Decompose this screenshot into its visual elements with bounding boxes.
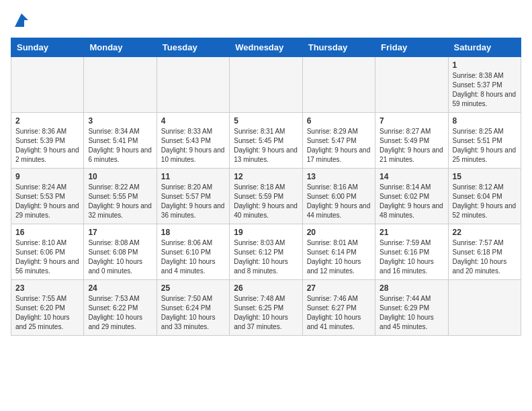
calendar-header-row: SundayMondayTuesdayWednesdayThursdayFrid… xyxy=(11,38,521,57)
calendar-cell: 17Sunrise: 8:08 AM Sunset: 6:08 PM Dayli… xyxy=(84,224,157,280)
calendar-cell: 5Sunrise: 8:31 AM Sunset: 5:45 PM Daylig… xyxy=(230,113,302,169)
calendar-cell xyxy=(302,57,375,113)
calendar-header-tuesday: Tuesday xyxy=(157,38,229,57)
day-number: 9 xyxy=(15,172,79,181)
calendar-cell: 14Sunrise: 8:14 AM Sunset: 6:02 PM Dayli… xyxy=(375,169,448,224)
svg-marker-0 xyxy=(15,13,28,27)
calendar-header-saturday: Saturday xyxy=(448,38,521,57)
day-number: 15 xyxy=(453,172,517,181)
day-number: 28 xyxy=(380,283,443,293)
day-number: 1 xyxy=(453,60,517,70)
calendar-cell xyxy=(230,57,302,113)
day-info: Sunrise: 7:50 AM Sunset: 6:24 PM Dayligh… xyxy=(161,294,225,332)
calendar-cell: 2Sunrise: 8:36 AM Sunset: 5:39 PM Daylig… xyxy=(11,113,84,169)
day-info: Sunrise: 8:36 AM Sunset: 5:39 PM Dayligh… xyxy=(15,127,79,165)
calendar-cell: 25Sunrise: 7:50 AM Sunset: 6:24 PM Dayli… xyxy=(157,280,229,336)
calendar-cell xyxy=(11,57,84,113)
day-number: 4 xyxy=(161,116,225,126)
calendar-cell xyxy=(84,57,157,113)
calendar-cell: 7Sunrise: 8:27 AM Sunset: 5:49 PM Daylig… xyxy=(375,113,448,169)
day-info: Sunrise: 8:20 AM Sunset: 5:57 PM Dayligh… xyxy=(161,183,225,220)
day-number: 12 xyxy=(234,172,298,181)
day-info: Sunrise: 7:46 AM Sunset: 6:27 PM Dayligh… xyxy=(307,294,371,332)
calendar-cell: 9Sunrise: 8:24 AM Sunset: 5:53 PM Daylig… xyxy=(11,169,84,224)
calendar-cell xyxy=(375,57,448,113)
day-number: 19 xyxy=(234,228,298,237)
calendar-cell: 27Sunrise: 7:46 AM Sunset: 6:27 PM Dayli… xyxy=(302,280,375,336)
day-info: Sunrise: 8:33 AM Sunset: 5:43 PM Dayligh… xyxy=(161,127,225,165)
calendar-cell: 23Sunrise: 7:55 AM Sunset: 6:20 PM Dayli… xyxy=(11,280,84,336)
calendar-cell: 28Sunrise: 7:44 AM Sunset: 6:29 PM Dayli… xyxy=(375,280,448,336)
day-info: Sunrise: 7:48 AM Sunset: 6:25 PM Dayligh… xyxy=(234,294,298,332)
calendar-cell: 1Sunrise: 8:38 AM Sunset: 5:37 PM Daylig… xyxy=(448,57,521,113)
calendar-cell: 19Sunrise: 8:03 AM Sunset: 6:12 PM Dayli… xyxy=(230,224,302,280)
calendar-cell: 12Sunrise: 8:18 AM Sunset: 5:59 PM Dayli… xyxy=(230,169,302,224)
calendar-cell: 16Sunrise: 8:10 AM Sunset: 6:06 PM Dayli… xyxy=(11,224,84,280)
day-info: Sunrise: 7:55 AM Sunset: 6:20 PM Dayligh… xyxy=(15,294,79,332)
calendar-cell: 6Sunrise: 8:29 AM Sunset: 5:47 PM Daylig… xyxy=(302,113,375,169)
day-info: Sunrise: 8:24 AM Sunset: 5:53 PM Dayligh… xyxy=(15,183,79,220)
day-number: 13 xyxy=(307,172,371,181)
calendar-table: SundayMondayTuesdayWednesdayThursdayFrid… xyxy=(11,38,521,336)
calendar-week-row: 23Sunrise: 7:55 AM Sunset: 6:20 PM Dayli… xyxy=(11,280,521,336)
calendar-cell: 20Sunrise: 8:01 AM Sunset: 6:14 PM Dayli… xyxy=(302,224,375,280)
calendar-cell: 3Sunrise: 8:34 AM Sunset: 5:41 PM Daylig… xyxy=(84,113,157,169)
day-info: Sunrise: 8:16 AM Sunset: 6:00 PM Dayligh… xyxy=(307,183,371,220)
day-info: Sunrise: 8:06 AM Sunset: 6:10 PM Dayligh… xyxy=(161,238,225,276)
day-info: Sunrise: 8:27 AM Sunset: 5:49 PM Dayligh… xyxy=(380,127,443,165)
calendar-header-friday: Friday xyxy=(375,38,448,57)
calendar-cell: 24Sunrise: 7:53 AM Sunset: 6:22 PM Dayli… xyxy=(84,280,157,336)
day-number: 10 xyxy=(88,172,152,181)
day-number: 2 xyxy=(15,116,79,126)
logo-icon xyxy=(12,11,31,30)
day-info: Sunrise: 8:08 AM Sunset: 6:08 PM Dayligh… xyxy=(88,238,152,276)
day-number: 7 xyxy=(380,116,443,126)
calendar-cell: 22Sunrise: 7:57 AM Sunset: 6:18 PM Dayli… xyxy=(448,224,521,280)
calendar-cell xyxy=(448,280,521,336)
day-number: 26 xyxy=(234,283,298,293)
calendar-cell: 4Sunrise: 8:33 AM Sunset: 5:43 PM Daylig… xyxy=(157,113,229,169)
day-number: 21 xyxy=(380,228,443,237)
calendar-cell: 10Sunrise: 8:22 AM Sunset: 5:55 PM Dayli… xyxy=(84,169,157,224)
calendar-week-row: 16Sunrise: 8:10 AM Sunset: 6:06 PM Dayli… xyxy=(11,224,521,280)
day-info: Sunrise: 7:57 AM Sunset: 6:18 PM Dayligh… xyxy=(453,238,517,276)
day-number: 14 xyxy=(380,172,443,181)
day-number: 17 xyxy=(88,228,152,237)
day-info: Sunrise: 8:22 AM Sunset: 5:55 PM Dayligh… xyxy=(88,183,152,220)
calendar-week-row: 2Sunrise: 8:36 AM Sunset: 5:39 PM Daylig… xyxy=(11,113,521,169)
page-header xyxy=(11,11,521,30)
calendar-cell: 8Sunrise: 8:25 AM Sunset: 5:51 PM Daylig… xyxy=(448,113,521,169)
day-info: Sunrise: 8:31 AM Sunset: 5:45 PM Dayligh… xyxy=(234,127,298,165)
day-number: 23 xyxy=(15,283,79,293)
day-info: Sunrise: 7:44 AM Sunset: 6:29 PM Dayligh… xyxy=(380,294,443,332)
calendar-cell: 15Sunrise: 8:12 AM Sunset: 6:04 PM Dayli… xyxy=(448,169,521,224)
day-info: Sunrise: 8:38 AM Sunset: 5:37 PM Dayligh… xyxy=(453,71,517,109)
day-info: Sunrise: 8:29 AM Sunset: 5:47 PM Dayligh… xyxy=(307,127,371,165)
calendar-week-row: 9Sunrise: 8:24 AM Sunset: 5:53 PM Daylig… xyxy=(11,169,521,224)
day-info: Sunrise: 8:34 AM Sunset: 5:41 PM Dayligh… xyxy=(88,127,152,165)
calendar-cell: 13Sunrise: 8:16 AM Sunset: 6:00 PM Dayli… xyxy=(302,169,375,224)
day-info: Sunrise: 7:53 AM Sunset: 6:22 PM Dayligh… xyxy=(88,294,152,332)
calendar-cell: 21Sunrise: 7:59 AM Sunset: 6:16 PM Dayli… xyxy=(375,224,448,280)
day-number: 16 xyxy=(15,228,79,237)
day-info: Sunrise: 7:59 AM Sunset: 6:16 PM Dayligh… xyxy=(380,238,443,276)
day-number: 8 xyxy=(453,116,517,126)
calendar-header-monday: Monday xyxy=(84,38,157,57)
day-number: 25 xyxy=(161,283,225,293)
day-info: Sunrise: 8:25 AM Sunset: 5:51 PM Dayligh… xyxy=(453,127,517,165)
day-info: Sunrise: 8:01 AM Sunset: 6:14 PM Dayligh… xyxy=(307,238,371,276)
day-number: 5 xyxy=(234,116,298,126)
day-info: Sunrise: 8:14 AM Sunset: 6:02 PM Dayligh… xyxy=(380,183,443,220)
day-number: 3 xyxy=(88,116,152,126)
calendar-cell: 26Sunrise: 7:48 AM Sunset: 6:25 PM Dayli… xyxy=(230,280,302,336)
calendar-header-wednesday: Wednesday xyxy=(230,38,302,57)
day-number: 22 xyxy=(453,228,517,237)
calendar-header-sunday: Sunday xyxy=(11,38,84,57)
logo xyxy=(11,11,31,30)
day-info: Sunrise: 8:10 AM Sunset: 6:06 PM Dayligh… xyxy=(15,238,79,276)
day-number: 11 xyxy=(161,172,225,181)
day-info: Sunrise: 8:12 AM Sunset: 6:04 PM Dayligh… xyxy=(453,183,517,220)
calendar-cell xyxy=(157,57,229,113)
day-number: 6 xyxy=(307,116,371,126)
day-number: 18 xyxy=(161,228,225,237)
